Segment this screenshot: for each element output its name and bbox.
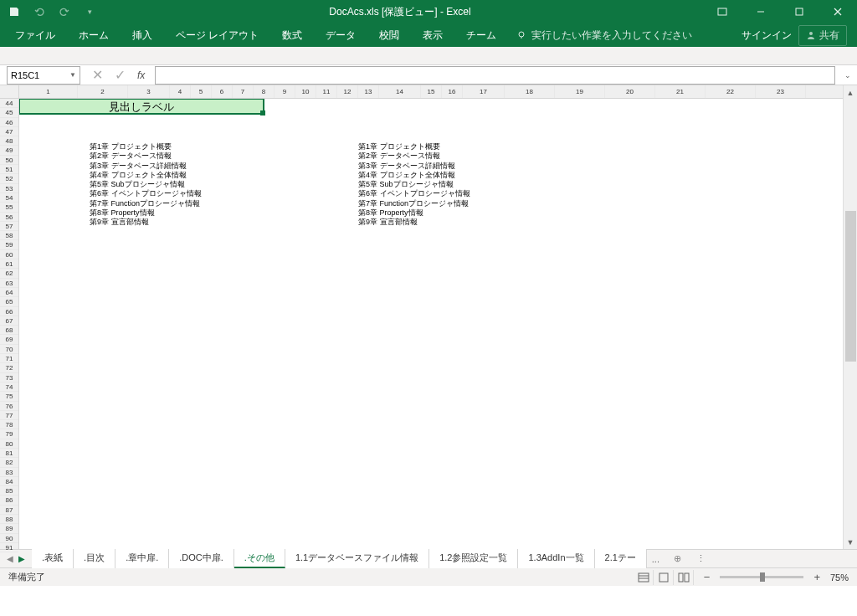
ribbon-tab[interactable]: データ [314,23,367,48]
view-page-break-icon[interactable] [675,570,694,585]
zoom-out-button[interactable]: − [704,571,711,583]
row-header[interactable]: 80 [0,439,18,449]
column-header[interactable]: 13 [358,85,379,98]
zoom-in-button[interactable]: + [813,571,820,583]
row-header[interactable]: 69 [0,335,18,344]
list-item[interactable]: 第3章 データベース詳細情報 [358,162,470,171]
row-header[interactable]: 81 [0,449,18,458]
column-header[interactable]: 1 [19,85,78,98]
sheet-tab[interactable]: .章中扉. [115,549,169,568]
list-item[interactable]: 第1章 プロジェクト概要 [358,142,470,151]
list-item[interactable]: 第5章 Subプロシージャ情報 [358,180,470,189]
tab-menu-icon[interactable]: ⋮ [691,553,711,564]
list-item[interactable]: 第7章 Functionプロシージャ情報 [358,199,470,208]
row-header[interactable]: 51 [0,165,18,174]
row-header[interactable]: 62 [0,269,18,278]
ribbon-tab[interactable]: ページ レイアウト [164,23,270,48]
list-item[interactable]: 第6章 イベントプロシージャ情報 [90,189,202,198]
row-header[interactable]: 85 [0,486,18,495]
minimize-icon[interactable] [742,0,780,23]
row-header[interactable]: 72 [0,363,18,372]
list-item[interactable]: 第9章 宣言部情報 [358,218,470,227]
share-button[interactable]: 共有 [798,25,847,46]
row-header[interactable]: 52 [0,174,18,183]
column-header[interactable]: 15 [421,85,442,98]
row-header[interactable]: 90 [0,534,18,543]
column-headers[interactable]: 1234567891011121314151617181920212223 [19,85,843,99]
row-header[interactable]: 74 [0,382,18,392]
zoom-slider[interactable] [720,576,803,578]
row-header[interactable]: 89 [0,524,18,533]
list-item[interactable]: 第8章 Property情報 [90,208,202,218]
scroll-down-icon[interactable]: ▼ [844,535,857,549]
vertical-scrollbar[interactable]: ▲ ▼ [843,85,857,549]
maximize-icon[interactable] [780,0,819,23]
row-header[interactable]: 44 [0,99,18,108]
signin-link[interactable]: サインイン [742,28,792,43]
expand-formula-bar-icon[interactable]: ⌄ [842,71,854,80]
row-header[interactable]: 79 [0,429,18,439]
row-header[interactable]: 87 [0,506,18,515]
add-sheet-button[interactable]: ⊕ [670,551,686,567]
list-item[interactable]: 第8章 Property情報 [358,208,470,218]
row-header[interactable]: 65 [0,297,18,306]
sheet-tab[interactable]: 1.2参照設定一覧 [429,549,518,568]
ribbon-display-icon[interactable] [703,0,742,23]
list-item[interactable]: 第2章 データベース情報 [358,151,470,161]
ribbon-tab[interactable]: ファイル [3,23,67,48]
column-header[interactable]: 11 [316,85,337,98]
undo-icon[interactable] [32,4,47,19]
tab-overflow[interactable]: ... [647,554,665,564]
chapter-list-right[interactable]: 第1章 プロジェクト概要第2章 データベース情報第3章 データベース詳細情報第4… [358,142,470,228]
list-item[interactable]: 第1章 プロジェクト概要 [90,142,202,151]
enter-formula-icon[interactable]: ✓ [115,67,126,83]
sheet-tab[interactable]: 1.3AddIn一覧 [518,549,594,568]
row-header[interactable]: 67 [0,316,18,326]
row-header[interactable]: 53 [0,184,18,193]
column-header[interactable]: 10 [295,85,316,98]
ribbon-tab[interactable]: チーム [454,23,508,48]
zoom-level[interactable]: 75% [830,572,849,583]
row-header[interactable]: 61 [0,259,18,269]
list-item[interactable]: 第9章 宣言部情報 [90,218,202,227]
row-header[interactable]: 48 [0,136,18,146]
row-header[interactable]: 47 [0,127,18,136]
column-header[interactable]: 20 [605,85,655,98]
row-header[interactable]: 63 [0,279,18,288]
tab-nav-prev-icon[interactable]: ◀ [7,554,13,563]
zoom-slider-thumb[interactable] [760,572,765,582]
row-header[interactable]: 73 [0,373,18,382]
column-header[interactable]: 6 [212,85,233,98]
row-header[interactable]: 84 [0,477,18,486]
sheet-tab[interactable]: .DOC中扉. [169,549,234,568]
sheet-tab[interactable]: .目次 [74,549,115,568]
row-header[interactable]: 45 [0,108,18,117]
column-header[interactable]: 14 [379,85,421,98]
chapter-list-left[interactable]: 第1章 プロジェクト概要第2章 データベース情報第3章 データベース詳細情報第4… [90,142,202,228]
select-all-corner[interactable] [0,85,19,99]
column-header[interactable]: 9 [275,85,295,98]
scroll-up-icon[interactable]: ▲ [844,85,857,100]
ribbon-tab[interactable]: 校閲 [367,23,411,48]
list-item[interactable]: 第4章 プロジェクト全体情報 [90,171,202,180]
row-header[interactable]: 50 [0,156,18,165]
row-header[interactable]: 86 [0,495,18,505]
column-header[interactable]: 17 [463,85,505,98]
row-header[interactable]: 88 [0,515,18,524]
tab-nav[interactable]: ◀ ▶ [0,554,32,563]
row-header[interactable]: 91 [0,543,18,552]
redo-icon[interactable] [57,4,72,19]
tell-me-search[interactable]: 実行したい作業を入力してください [508,25,700,46]
ribbon-tab[interactable]: 表示 [411,23,454,48]
row-header[interactable]: 54 [0,193,18,203]
row-header[interactable]: 66 [0,307,18,316]
column-header[interactable]: 7 [233,85,254,98]
save-icon[interactable] [7,4,22,19]
row-header[interactable]: 78 [0,420,18,429]
row-header[interactable]: 49 [0,146,18,155]
sheet-tab[interactable]: .その他 [234,549,285,568]
insert-function-icon[interactable]: fx [137,69,145,81]
column-header[interactable]: 8 [254,85,275,98]
column-header[interactable]: 19 [555,85,605,98]
column-header[interactable]: 4 [170,85,191,98]
